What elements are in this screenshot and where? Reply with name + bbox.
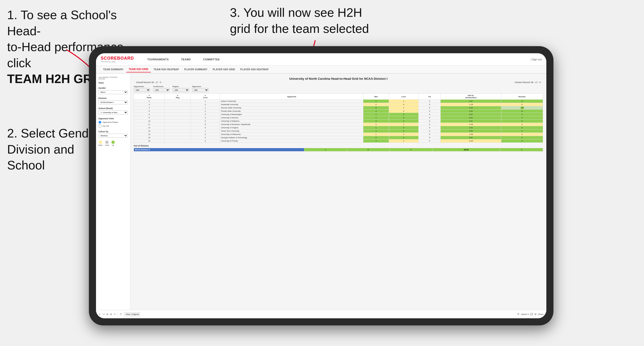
cell-loss: 0	[389, 113, 418, 116]
cell-tie: 0	[418, 110, 441, 113]
cell-opponent: University of Arkansas, Fayetteville	[220, 123, 363, 126]
cell-opponent: University of Arizona	[220, 116, 363, 120]
opponent-view-label: Opponent View	[98, 117, 128, 120]
cell-diff: -1.00	[441, 133, 501, 136]
nav-tournaments[interactable]: TOURNAMENTS	[146, 58, 170, 61]
cell-tie: 0	[418, 113, 441, 116]
cell-tie: 0	[418, 106, 441, 110]
share-btn[interactable]: Share	[538, 313, 544, 316]
out-division-team: NCAA Division II	[134, 148, 304, 152]
cell-diff: -4.33	[441, 123, 501, 126]
colour-by-select[interactable]: Win/loss	[98, 134, 128, 138]
cell-loss: 0	[389, 116, 418, 120]
crop-icon[interactable]: ✂	[114, 313, 116, 316]
cell-rank: 15	[134, 136, 165, 139]
step-back-icon[interactable]: ⬅	[106, 313, 108, 316]
sub-nav-team-summary[interactable]: TEAM SUMMARY	[101, 67, 126, 72]
cell-loss: 0	[389, 120, 418, 123]
cell-diff: -2.29	[441, 103, 501, 106]
cell-rounds: 2	[501, 116, 543, 120]
redo-icon[interactable]: ↪	[103, 313, 104, 316]
out-division-win: 1	[304, 148, 347, 152]
undo-icon[interactable]: ↩	[99, 313, 101, 316]
comment-icon[interactable]: 💬	[530, 313, 533, 316]
cell-rounds: 9	[501, 136, 543, 139]
opponent-filter-select[interactable]: (All)	[192, 88, 208, 92]
gender-select[interactable]: Men's	[98, 90, 128, 94]
cell-conf: 3	[190, 139, 220, 143]
cell-win: 3	[363, 139, 389, 143]
cell-win: 0	[363, 123, 389, 126]
cell-opponent: Georgia Institute of Technology	[220, 136, 363, 139]
sign-out-link[interactable]: | Sign out	[531, 58, 542, 61]
conference-filter-select[interactable]: (All)	[153, 88, 170, 92]
cell-win: 5	[363, 106, 389, 110]
col-reg: #Reg	[164, 94, 190, 100]
cell-opponent: Florida State University	[220, 110, 363, 113]
cell-rank: 13	[134, 130, 165, 133]
table-row: 13 1 Texas Tech University 3 0 0 5.56 9	[134, 130, 543, 133]
annotation-line1: 1. To see a School's Head-	[7, 8, 117, 38]
cell-rank: 10	[134, 120, 165, 123]
cell-rank: 11	[134, 123, 165, 126]
cell-conf: 1	[190, 106, 220, 110]
cell-conf: 4	[190, 136, 220, 139]
cell-diff: 5.56	[441, 130, 501, 133]
cell-rounds: 9	[501, 139, 543, 143]
cell-win: 1	[363, 126, 389, 130]
cell-rank: 12	[134, 126, 165, 130]
cell-opponent: University of Alabama	[220, 120, 363, 123]
cell-diff: 1.67	[441, 100, 501, 103]
cell-rounds: 3	[501, 126, 543, 130]
annotation-bl-line3: School	[7, 158, 45, 172]
sub-nav-player-h2h-heatmap[interactable]: PLAYER H2H HEATMAP	[238, 67, 271, 72]
copy-icon[interactable]: ⧉	[110, 313, 112, 316]
nav-teams[interactable]: TEAMS	[180, 58, 192, 61]
nav-committee[interactable]: COMMITTEE	[202, 58, 222, 61]
opponents-played-radio[interactable]: Opponents Played	[98, 121, 128, 124]
conference-filter-label: Conference	[153, 85, 170, 88]
school-select[interactable]: 1. University of Nort...	[98, 111, 128, 115]
region-filter-select[interactable]: (All)	[172, 88, 189, 92]
region-filter-label: Region	[172, 85, 189, 88]
cell-loss: 0	[389, 130, 418, 133]
table-row: 9 3 University of Arizona 1 0 0 9.00 2	[134, 116, 543, 120]
cell-win: 1	[363, 113, 389, 116]
cell-reg	[164, 110, 190, 113]
sub-nav-team-h2h-heatmap[interactable]: TEAM H2H HEATMAP	[151, 67, 181, 72]
annotation-bl-line2: Division and	[7, 143, 74, 156]
logo-sub: Powered by clippi	[101, 61, 134, 63]
out-division-diff: 26.00	[432, 148, 500, 152]
watch-btn[interactable]: Watch ▾	[521, 313, 529, 316]
cell-reg	[164, 120, 190, 123]
sub-nav-player-h2h-grid[interactable]: PLAYER H2H GRID	[210, 67, 238, 72]
top100-radio[interactable]: Top 100	[98, 125, 128, 128]
cell-diff: 1.83	[441, 110, 501, 113]
cell-tie: 0	[418, 103, 441, 106]
grid-icon[interactable]: ⊞	[534, 313, 536, 316]
cell-conf: 1	[190, 100, 220, 103]
toolbar-separator	[118, 312, 118, 316]
view-original-btn[interactable]: View: Original	[124, 312, 140, 316]
cell-conf: 5	[190, 120, 220, 123]
cell-tie: 0	[418, 139, 441, 143]
cell-rounds: 12	[501, 110, 543, 113]
cell-diff: 3.67	[441, 113, 501, 116]
filter-row: Opponents: (All) Conference (All) Region	[134, 85, 543, 92]
clock-icon[interactable]: ⏱	[120, 313, 122, 316]
sub-nav-team-h2h-grid[interactable]: TEAM H2H GRID	[126, 66, 151, 72]
annotation-bottom-left: 2. Select Gender, Division and School	[7, 125, 102, 173]
team-label: Team	[98, 82, 128, 84]
out-division-loss: 0	[347, 148, 390, 152]
division-select[interactable]: NCAA Division I	[98, 100, 128, 104]
sub-nav-player-summary[interactable]: PLAYER SUMMARY	[182, 67, 210, 72]
opponents-filter-select[interactable]: (All)	[134, 88, 150, 92]
col-rank: #Rank	[134, 94, 165, 100]
overall-record: Overall Record: 89 - 17 - 0	[136, 81, 161, 84]
annotation-top-right-text: 3. You will now see H2Hgrid for the team…	[230, 6, 369, 35]
cell-conf: 3	[190, 126, 220, 130]
table-row: 16 3 University of Florida 3 1 0 -6.42 9	[134, 139, 543, 143]
table-row: 8 2 University of Washington 1 0 0 3.67 …	[134, 113, 543, 116]
table-row: 3 2 Vanderbilt University 0 4 0 -2.29 8	[134, 103, 543, 106]
cell-conf: 2	[190, 103, 220, 106]
